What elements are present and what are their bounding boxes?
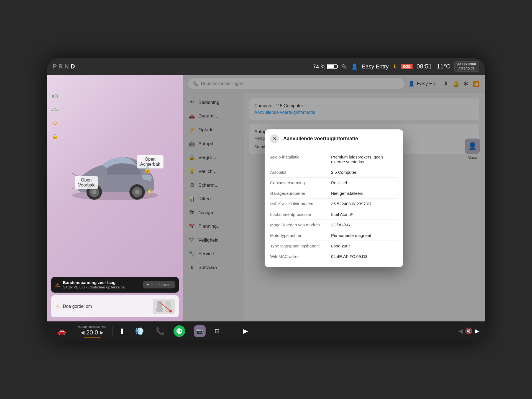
nav-prev-icon[interactable]: ◀ [458, 328, 463, 335]
modal-body: Audio-installatie Premium luidsprekers, … [265, 147, 403, 267]
battery-icon [327, 64, 337, 69]
modal-header: ✕ Aanvullende voertuiginformatie [265, 129, 403, 147]
modal-info-row: Cabineverwarming Resistief [270, 178, 398, 188]
taskbar-dots[interactable]: ··· [224, 321, 239, 341]
temp-decrease-icon[interactable]: ◀ [81, 329, 85, 336]
fan-icon: 💨 [135, 327, 144, 336]
profile-icon[interactable]: 👤 [351, 63, 358, 70]
info-label: Infotainmentprocessor [270, 212, 326, 217]
info-label: Audio-installatie [270, 155, 326, 164]
left-panel: ≡D ≡D≡ ⊙ 🔒 [47, 75, 183, 321]
svg-rect-9 [156, 308, 163, 312]
seatbelt-banner: ⚠ Doe gordel om [51, 295, 179, 317]
status-bar: P R N D 74 % 🔌 👤 Easy Entry ⬇ SOS 08:51 … [47, 58, 485, 75]
info-label: Motortype achter [270, 233, 326, 238]
lock-icon[interactable]: 🔓 [144, 166, 151, 173]
volume-mute-icon[interactable]: 🔇 [465, 328, 472, 335]
status-right: 74 % 🔌 👤 Easy Entry ⬇ SOS 08:51 11°C PAS… [313, 61, 479, 72]
seatbelt-text: Doe gordel om [63, 304, 150, 309]
taskbar-phone[interactable]: 📞 [151, 321, 169, 341]
prnd-p: P [53, 63, 57, 70]
seatbelt-icon: ⚠ [55, 303, 60, 310]
taskbar-left: 🚗 Autom. ontwaseming ◀ 20.0 ▶ 🌡 💨 [53, 321, 458, 341]
car-taskbar-icon: 🚗 [57, 327, 66, 336]
info-value: 04:4E:AF:FC:09:D3 [331, 254, 398, 259]
dots-icon: ··· [228, 329, 234, 334]
alert-title: Bandenspanning zeer laag [63, 280, 140, 285]
info-label: Cabineverwarming [270, 180, 326, 185]
usb-icon: 🔌 [341, 63, 347, 70]
airbag-line2: AIRBAG ON [457, 66, 476, 71]
divider-2 [112, 326, 112, 336]
info-label: Mogelijkheden van modem [270, 222, 326, 227]
prnd-r: R [58, 63, 63, 70]
temp-increase-icon[interactable]: ▶ [100, 329, 104, 336]
temp-indicator [84, 337, 101, 337]
heat-icon: 🌡 [118, 327, 126, 336]
modal-info-row: Autopilot 2.5 Computer [270, 167, 398, 178]
taskbar: 🚗 Autom. ontwaseming ◀ 20.0 ▶ 🌡 💨 [47, 321, 485, 341]
sos-badge[interactable]: SOS [401, 64, 413, 69]
taskbar-media-play[interactable]: ▶ [239, 321, 252, 341]
charge-icon: ⚡ [146, 188, 153, 195]
modal-info-row: Motortype achter Permanente magneet [270, 230, 398, 241]
info-value: Niet geïnstalleerd [331, 191, 398, 196]
modal-info-row: Audio-installatie Premium luidsprekers, … [270, 152, 398, 167]
seatbelt-diagram [153, 299, 175, 314]
taskbar-heat[interactable]: 🌡 [114, 321, 131, 341]
time: 08:51 [416, 63, 432, 70]
info-label: Type laagspanningsbatterij [270, 244, 326, 248]
open-frunk-button[interactable]: Open Voorbak [75, 176, 98, 189]
temp-label: Autom. ontwaseming [78, 325, 106, 328]
camera-icon: 📷 [194, 325, 206, 337]
info-label: Garagedeuropener [270, 191, 326, 196]
info-value: 2.5 Computer [331, 170, 398, 175]
airbag-badge: PASSENGER AIRBAG ON [454, 61, 479, 72]
modal-title: Aanvullende voertuiginformatie [283, 136, 358, 142]
modal-info-row: Mogelijkheden van modem 2G/3G/4G [270, 220, 398, 230]
taskbar-temp[interactable]: Autom. ontwaseming ◀ 20.0 ▶ [73, 321, 111, 341]
info-value: Intel Atom® [331, 212, 398, 217]
alert-icon: ⚠ [55, 282, 60, 288]
nav-arrows: ◀ 🔇 ▶ [458, 328, 479, 335]
nav-next-icon[interactable]: ▶ [475, 328, 479, 335]
modal-info-row: Wifi-MAC-adres 04:4E:AF:FC:09:D3 [270, 251, 398, 262]
vehicle-info-modal: ✕ Aanvullende voertuiginformatie Audio-i… [265, 129, 403, 267]
svg-rect-10 [165, 301, 171, 308]
alert-banner: ⚠ Bandenspanning zeer laag STOP VEILIG -… [51, 277, 179, 293]
main-screen: P R N D 74 % 🔌 👤 Easy Entry ⬇ SOS 08:51 … [47, 58, 485, 341]
taskbar-spotify[interactable] [169, 321, 190, 341]
modal-info-row: Type laagspanningsbatterij Lood-zuur [270, 241, 398, 251]
spotify-icon [173, 325, 185, 337]
temp-display: ◀ 20.0 ▶ [81, 329, 104, 336]
prnd-indicator: P R N D [53, 63, 75, 70]
divider-1 [72, 326, 72, 336]
svg-point-3 [92, 190, 96, 194]
divider-3 [150, 326, 150, 336]
taskbar-camera[interactable]: 📷 [190, 321, 210, 341]
status-left: P R N D [53, 63, 307, 70]
svg-point-6 [135, 190, 139, 194]
svg-point-13 [169, 310, 172, 313]
prnd-d: D [70, 63, 75, 70]
taskbar-fan[interactable]: 💨 [131, 321, 148, 341]
temperature: 11°C [437, 63, 451, 70]
info-value: 35 522408 082397 07 [331, 201, 398, 206]
info-value: 2G/3G/4G [331, 222, 398, 227]
modal-info-row: Garagedeuropener Niet geïnstalleerd [270, 188, 398, 199]
alert-text: Bandenspanning zeer laag STOP VEILIG - C… [63, 280, 140, 290]
meer-info-button[interactable]: Meer informatie [143, 281, 175, 288]
right-panel: 🔍 Doorzoek instellingen 👤 Easy En... ⬇ 🔔… [183, 75, 485, 321]
apps-icon: ⊞ [214, 328, 219, 335]
info-value: Resistief [331, 180, 398, 185]
media-play-icon: ▶ [243, 328, 248, 335]
modal-close-button[interactable]: ✕ [270, 134, 279, 143]
battery-percent: 74 % [313, 63, 326, 70]
svg-rect-8 [157, 301, 162, 308]
info-value: Lood-zuur [331, 244, 398, 248]
info-value: Premium luidsprekers, geen externe verst… [331, 155, 398, 164]
taskbar-car[interactable]: 🚗 [53, 321, 70, 341]
prnd-n: N [65, 63, 69, 70]
taskbar-apps[interactable]: ⊞ [210, 321, 224, 341]
alert-subtitle: STOP VEILIG - Controleer op lekke ba... [63, 285, 140, 290]
